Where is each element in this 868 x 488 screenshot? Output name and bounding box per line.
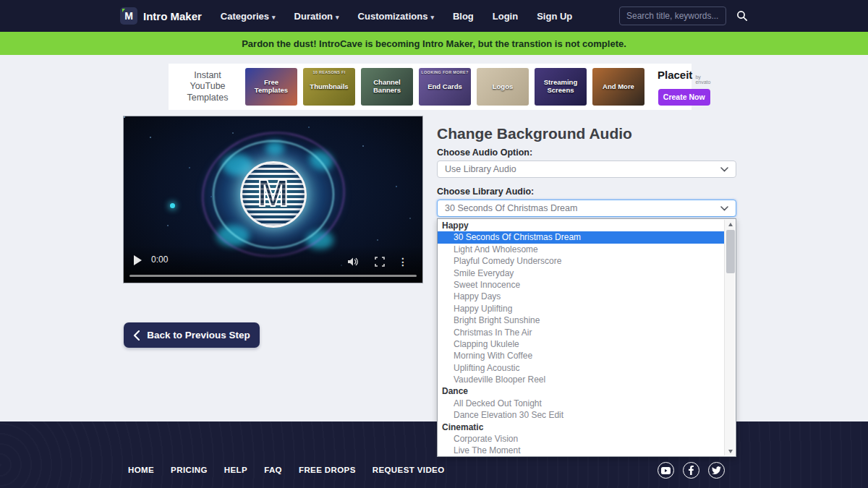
footer-link-request-video[interactable]: REQUEST VIDEO [373, 466, 445, 474]
chevron-left-icon [133, 330, 140, 341]
template-tile-channel-banners[interactable]: Channel Banners [361, 68, 413, 106]
audio-group-header: Cinematic [438, 421, 724, 433]
audio-option[interactable]: Live The Moment [438, 445, 724, 456]
footer-link-help[interactable]: HELP [224, 466, 247, 474]
footer: HOMEPRICINGHELPFAQFREE DROPSREQUEST VIDE… [0, 421, 868, 488]
audio-option[interactable]: Bright Bright Sunshine [438, 314, 724, 326]
template-tile-logos[interactable]: Logos [477, 68, 529, 106]
brand-logo-icon[interactable]: M [120, 7, 137, 25]
placeit-byline: by envato [695, 74, 710, 85]
nav-item-blog[interactable]: Blog [453, 11, 474, 22]
facebook-icon[interactable] [683, 462, 699, 479]
audio-option[interactable]: Vaudeville Blooper Reel [438, 374, 724, 385]
audio-option[interactable]: Christmas In The Air [438, 327, 724, 338]
brand-name[interactable]: Intro Maker [143, 10, 202, 22]
audio-group-header: Dance [438, 385, 724, 397]
library-audio-dropdown: Happy30 Seconds Of Christmas DreamLight … [437, 218, 736, 457]
template-tile-end-cards[interactable]: LOOKING FOR MORE?End Cards [419, 68, 471, 106]
placeit-block: Placeit by envato Create Now [658, 69, 710, 106]
tile-label: Channel Banners [361, 79, 413, 95]
chevron-down-icon: ▾ [430, 14, 434, 21]
search-icon[interactable] [736, 10, 748, 22]
nav-item-login[interactable]: Login [493, 11, 518, 22]
video-player[interactable]: M 0:00 ⋮ [123, 116, 423, 283]
tile-label: End Cards [425, 83, 464, 91]
audio-option[interactable]: 30 Seconds Of Christmas Dream [438, 231, 724, 243]
audio-option[interactable]: Sweet Innocence [438, 279, 724, 291]
audio-option[interactable]: Morning With Coffee [438, 350, 724, 361]
footer-link-free-drops[interactable]: FREE DROPS [299, 466, 356, 474]
audio-option[interactable]: Corporate Vision [438, 433, 724, 445]
footer-link-home[interactable]: HOME [128, 466, 154, 474]
top-navbar: M Intro Maker Categories▾Duration▾Custom… [0, 0, 868, 32]
chevron-down-icon: ▾ [272, 14, 276, 21]
template-tile-and-more[interactable]: And More [592, 68, 644, 106]
announcement-banner: Pardon the dust! IntroCave is becoming I… [0, 32, 868, 55]
audio-option-label: Choose Audio Option: [437, 147, 532, 158]
m-letter: M [258, 174, 289, 212]
nav-item-customizations[interactable]: Customizations▾ [358, 11, 434, 22]
tile-label: Streaming Screens [535, 79, 587, 95]
video-time: 0:00 [151, 254, 168, 265]
tile-label: Logos [490, 83, 516, 91]
nav-links: Categories▾Duration▾Customizations▾BlogL… [221, 11, 591, 22]
scroll-up-arrow[interactable] [725, 220, 736, 228]
scrollbar-thumb[interactable] [726, 230, 735, 273]
template-tile-free-templates[interactable]: Free Templates [245, 68, 297, 106]
twitter-icon[interactable] [708, 462, 725, 479]
scroll-down-arrow[interactable] [725, 447, 736, 455]
audio-option[interactable]: Happy Uplifting [438, 303, 724, 314]
template-tile-thumbnails[interactable]: 10 REASONS FIThumbnails [303, 68, 355, 106]
library-audio-select[interactable]: 30 Seconds Of Christmas Dream [437, 200, 736, 217]
audio-option[interactable]: Smile Everyday [438, 267, 724, 279]
fullscreen-icon[interactable] [375, 257, 385, 267]
footer-link-pricing[interactable]: PRICING [171, 466, 208, 474]
announcement-text: Pardon the dust! IntroCave is becoming I… [242, 38, 626, 49]
audio-option[interactable]: Dance Elevation 30 Sec Edit [438, 409, 724, 421]
nav-item-categories[interactable]: Categories▾ [221, 11, 276, 22]
social-icons [649, 462, 725, 479]
logo-m-glyph: M [124, 11, 133, 21]
nav-item-duration[interactable]: Duration▾ [294, 11, 339, 22]
audio-option[interactable]: Happy Days [438, 291, 724, 302]
search-input[interactable] [619, 7, 726, 25]
audio-option[interactable]: Clapping Ukulele [438, 338, 724, 350]
nav-item-sign-up[interactable]: Sign Up [537, 11, 572, 22]
footer-link-faq[interactable]: FAQ [264, 466, 282, 474]
more-options-icon[interactable]: ⋮ [398, 257, 408, 267]
seek-bar[interactable] [129, 275, 417, 277]
dropdown-scrollbar[interactable] [724, 220, 735, 455]
video-controls: 0:00 ⋮ [124, 245, 422, 283]
audio-option-value: Use Library Audio [445, 164, 720, 174]
chevron-down-icon: ▾ [336, 14, 339, 21]
template-tile-streaming-screens[interactable]: Streaming Screens [535, 68, 587, 106]
dropdown-options: Happy30 Seconds Of Christmas DreamLight … [438, 220, 724, 457]
page: M Intro Maker Categories▾Duration▾Custom… [0, 0, 868, 488]
tile-top-text: LOOKING FOR MORE? [419, 70, 471, 74]
volume-icon[interactable] [347, 257, 359, 267]
back-button-label: Back to Previous Step [147, 330, 250, 341]
audio-option[interactable]: Light And Wholesome [438, 244, 724, 255]
tile-top-text: 10 REASONS FI [303, 70, 355, 74]
placeit-logo[interactable]: Placeit [658, 69, 692, 81]
create-now-button[interactable]: Create Now [658, 89, 710, 106]
page-title: Change Background Audio [437, 125, 632, 142]
library-audio-label: Choose Library Audio: [437, 187, 534, 197]
back-to-previous-step-button[interactable]: Back to Previous Step [124, 322, 260, 348]
footer-links: HOMEPRICINGHELPFAQFREE DROPSREQUEST VIDE… [128, 466, 461, 474]
audio-option-select[interactable]: Use Library Audio [437, 160, 736, 178]
logo-leaf-accent [122, 9, 125, 12]
intro-m-logo: M [240, 161, 307, 228]
particle-dot [170, 203, 175, 208]
library-audio-value: 30 Seconds Of Christmas Dream [445, 203, 720, 213]
audio-option[interactable]: All Decked Out Tonight [438, 398, 724, 409]
play-icon[interactable] [134, 255, 142, 265]
template-tiles: Free Templates10 REASONS FIThumbnailsCha… [245, 68, 650, 106]
chevron-down-icon [720, 167, 728, 172]
audio-option[interactable]: Playful Comedy Underscore [438, 255, 724, 267]
audio-option[interactable]: Uplifting Acoustic [438, 362, 724, 374]
strip-caption: Instant YouTube Templates [179, 70, 237, 104]
youtube-icon[interactable] [658, 462, 674, 479]
audio-group-header: Happy [438, 220, 724, 231]
template-strip-card: Instant YouTube Templates Free Templates… [169, 64, 692, 110]
